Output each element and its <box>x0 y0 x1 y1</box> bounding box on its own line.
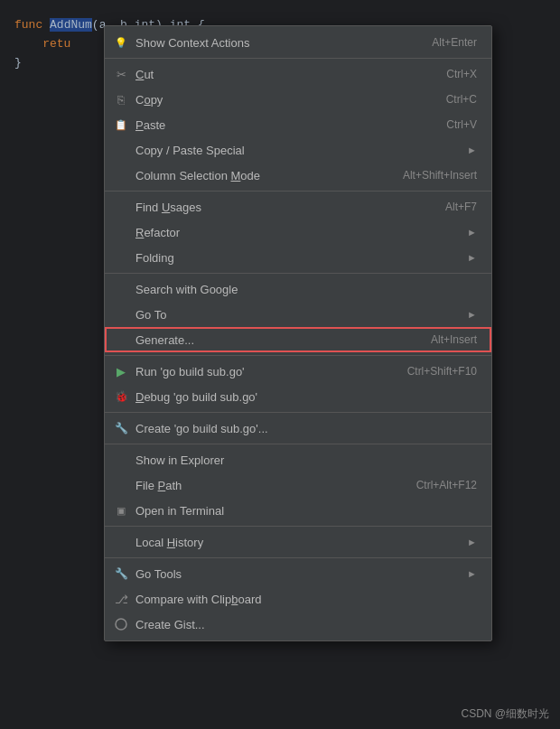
menu-label-create-gist: Create Gist... <box>135 618 477 631</box>
no-icon-local-history <box>112 533 130 551</box>
menu-shortcut-generate: Alt+Insert <box>431 333 477 346</box>
paste-icon <box>112 116 130 134</box>
menu-item-cut[interactable]: Cut Ctrl+X <box>105 61 491 87</box>
separator-4 <box>105 355 491 356</box>
menu-label-folding: Folding <box>135 251 460 265</box>
menu-shortcut-show-context-actions: Alt+Enter <box>432 36 477 49</box>
menu-item-create[interactable]: Create 'go build sub.go'... <box>105 416 491 441</box>
menu-label-open-terminal: Open in Terminal <box>135 504 477 518</box>
menu-label-local-history: Local History <box>135 536 460 549</box>
terminal-icon: ▣ <box>112 501 130 519</box>
no-icon-copy-paste <box>112 141 130 159</box>
menu-item-search-google[interactable]: Search with Google <box>105 276 491 302</box>
menu-item-go-to[interactable]: Go To ► <box>105 302 491 327</box>
context-menu: Show Context Actions Alt+Enter Cut Ctrl+… <box>104 25 492 641</box>
no-icon-file-path <box>112 476 130 494</box>
separator-8 <box>105 557 491 558</box>
menu-label-refactor: Refactor <box>135 226 460 239</box>
menu-item-file-path[interactable]: File Path Ctrl+Alt+F12 <box>105 472 491 498</box>
menu-shortcut-copy: Ctrl+C <box>446 93 477 106</box>
menu-shortcut-cut: Ctrl+X <box>446 68 477 80</box>
menu-shortcut-column-selection: Alt+Shift+Insert <box>403 169 477 182</box>
cut-icon <box>112 65 130 83</box>
watermark: CSDN @细数时光 <box>461 706 549 722</box>
no-icon-folding <box>112 248 130 266</box>
menu-label-compare-clipboard: Compare with Clipboard <box>135 593 477 606</box>
separator-6 <box>105 444 491 444</box>
menu-shortcut-run: Ctrl+Shift+F10 <box>407 365 477 378</box>
no-icon-search-google <box>112 280 130 298</box>
go-tools-icon <box>112 565 130 583</box>
no-icon-column-selection <box>112 166 130 184</box>
menu-label-go-tools: Go Tools <box>135 567 460 581</box>
menu-item-show-in-explorer[interactable]: Show in Explorer <box>105 447 491 472</box>
menu-item-copy[interactable]: Copy Ctrl+C <box>105 87 491 112</box>
svg-point-0 <box>116 619 126 630</box>
menu-label-go-to: Go To <box>135 308 460 322</box>
menu-label-show-in-explorer: Show in Explorer <box>135 453 477 467</box>
separator-7 <box>105 526 491 527</box>
separator-5 <box>105 412 491 413</box>
menu-item-copy-paste-special[interactable]: Copy / Paste Special ► <box>105 137 491 163</box>
menu-label-debug: Debug 'go build sub.go' <box>135 390 477 404</box>
arrow-icon-go-tools: ► <box>467 568 477 579</box>
no-icon-go-to <box>112 305 130 323</box>
lightbulb-icon <box>112 33 130 51</box>
separator-3 <box>105 273 491 274</box>
menu-shortcut-find-usages: Alt+F7 <box>445 201 477 213</box>
menu-label-file-path: File Path <box>135 479 398 492</box>
menu-item-generate[interactable]: Generate... Alt+Insert <box>105 327 491 352</box>
menu-item-folding[interactable]: Folding ► <box>105 245 491 270</box>
menu-label-find-usages: Find Usages <box>135 201 427 214</box>
no-icon-generate <box>112 331 130 349</box>
menu-label-show-context-actions: Show Context Actions <box>135 36 414 50</box>
menu-item-find-usages[interactable]: Find Usages Alt+F7 <box>105 194 491 220</box>
arrow-icon-go-to: ► <box>467 309 477 320</box>
debug-icon <box>112 388 130 406</box>
menu-item-go-tools[interactable]: Go Tools ► <box>105 561 491 586</box>
menu-label-run: Run 'go build sub.go' <box>135 365 389 379</box>
create-icon <box>112 419 130 437</box>
run-icon <box>112 362 130 380</box>
no-icon-show-explorer <box>112 451 130 469</box>
arrow-icon-refactor: ► <box>467 227 477 238</box>
menu-label-cut: Cut <box>135 68 428 81</box>
watermark-text: CSDN @细数时光 <box>461 707 549 720</box>
arrow-icon-copy-paste-special: ► <box>467 145 477 155</box>
copy-icon <box>112 90 130 108</box>
menu-label-copy: Copy <box>135 93 428 107</box>
menu-label-create: Create 'go build sub.go'... <box>135 422 477 435</box>
separator-2 <box>105 191 491 192</box>
menu-item-local-history[interactable]: Local History ► <box>105 529 491 555</box>
menu-label-column-selection: Column Selection Mode <box>135 169 385 182</box>
menu-item-create-gist[interactable]: Create Gist... <box>105 612 491 637</box>
menu-shortcut-file-path: Ctrl+Alt+F12 <box>416 479 477 491</box>
arrow-icon-local-history: ► <box>467 537 477 547</box>
menu-item-show-context-actions[interactable]: Show Context Actions Alt+Enter <box>105 30 491 55</box>
menu-item-debug[interactable]: Debug 'go build sub.go' <box>105 384 491 409</box>
menu-label-search-google: Search with Google <box>135 283 477 296</box>
menu-label-paste: Paste <box>135 118 428 132</box>
menu-item-column-selection[interactable]: Column Selection Mode Alt+Shift+Insert <box>105 163 491 188</box>
no-icon-refactor <box>112 223 130 241</box>
menu-item-open-terminal[interactable]: ▣ Open in Terminal <box>105 498 491 523</box>
separator-1 <box>105 58 491 59</box>
menu-item-refactor[interactable]: Refactor ► <box>105 220 491 245</box>
menu-label-copy-paste-special: Copy / Paste Special <box>135 144 460 157</box>
menu-item-run[interactable]: Run 'go build sub.go' Ctrl+Shift+F10 <box>105 359 491 384</box>
gist-icon <box>112 615 130 633</box>
compare-icon: ⎇ <box>112 590 130 608</box>
menu-label-generate: Generate... <box>135 333 413 347</box>
menu-item-compare-clipboard[interactable]: ⎇ Compare with Clipboard <box>105 586 491 612</box>
menu-item-paste[interactable]: Paste Ctrl+V <box>105 112 491 137</box>
menu-shortcut-paste: Ctrl+V <box>446 118 477 131</box>
no-icon-find-usages <box>112 198 130 216</box>
arrow-icon-folding: ► <box>467 252 477 263</box>
